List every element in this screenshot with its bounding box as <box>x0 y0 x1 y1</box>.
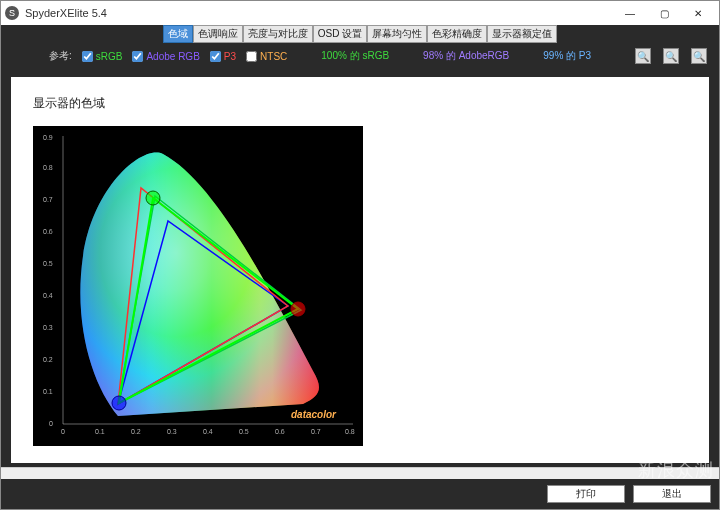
ntsc-label: NTSC <box>260 51 287 62</box>
checkbox-ntsc-input[interactable] <box>246 51 257 62</box>
svg-text:0.4: 0.4 <box>203 428 213 435</box>
svg-text:0.6: 0.6 <box>43 228 53 235</box>
svg-text:0.7: 0.7 <box>43 196 53 203</box>
p3-label: P3 <box>224 51 236 62</box>
svg-text:0.2: 0.2 <box>131 428 141 435</box>
horizontal-scrollbar[interactable] <box>1 467 719 479</box>
primary-green-circle <box>146 191 160 205</box>
close-button[interactable]: ✕ <box>681 2 715 24</box>
zoom-in-button[interactable]: 🔍 <box>635 48 651 64</box>
stat-srgb: 100% 的 sRGB <box>321 49 389 63</box>
zoom-in-icon: 🔍 <box>637 51 649 62</box>
x-ticks: 0 0.1 0.2 0.3 0.4 0.5 0.6 0.7 0.8 <box>61 428 355 435</box>
window-controls: — ▢ ✕ <box>613 2 715 24</box>
tab-uniformity[interactable]: 屏幕均匀性 <box>367 25 427 43</box>
svg-text:0.5: 0.5 <box>43 260 53 267</box>
svg-text:0: 0 <box>49 420 53 427</box>
svg-text:0.2: 0.2 <box>43 356 53 363</box>
zoom-out-icon: 🔍 <box>665 51 677 62</box>
svg-text:0.8: 0.8 <box>43 164 53 171</box>
y-ticks: 0 0.1 0.2 0.3 0.4 0.5 0.6 0.7 0.8 0.9 <box>43 134 53 427</box>
tab-brightness-contrast[interactable]: 亮度与对比度 <box>243 25 313 43</box>
checkbox-p3-input[interactable] <box>210 51 221 62</box>
zoom-fit-button[interactable]: 🔍 <box>691 48 707 64</box>
checkbox-srgb[interactable]: sRGB <box>82 51 123 62</box>
maximize-button[interactable]: ▢ <box>647 2 681 24</box>
stat-p3: 99% 的 P3 <box>543 49 591 63</box>
chart-brand: datacolor <box>291 409 337 420</box>
svg-text:0.3: 0.3 <box>167 428 177 435</box>
zoom-fit-icon: 🔍 <box>693 51 705 62</box>
adobergb-label: Adobe RGB <box>146 51 199 62</box>
window-title: SpyderXElite 5.4 <box>25 7 613 19</box>
chromaticity-chart: 0 0.1 0.2 0.3 0.4 0.5 0.6 0.7 0.8 0 0.1 … <box>33 126 363 446</box>
svg-text:0.7: 0.7 <box>311 428 321 435</box>
svg-text:0.8: 0.8 <box>345 428 355 435</box>
app-window: S SpyderXElite 5.4 — ▢ ✕ 色域 色调响应 亮度与对比度 … <box>0 0 720 510</box>
report-page: 显示器的色域 <box>11 77 709 463</box>
checkbox-adobergb-input[interactable] <box>132 51 143 62</box>
checkbox-adobergb[interactable]: Adobe RGB <box>132 51 199 62</box>
tab-color-accuracy[interactable]: 色彩精确度 <box>427 25 487 43</box>
app-icon: S <box>5 6 19 20</box>
print-button[interactable]: 打印 <box>547 485 625 503</box>
reference-bar: 参考: sRGB Adobe RGB P3 NTSC 100% 的 sRGB 9… <box>1 43 719 69</box>
srgb-label: sRGB <box>96 51 123 62</box>
page-title: 显示器的色域 <box>33 95 687 112</box>
checkbox-p3[interactable]: P3 <box>210 51 236 62</box>
svg-text:0.4: 0.4 <box>43 292 53 299</box>
svg-text:0.6: 0.6 <box>275 428 285 435</box>
svg-text:0.3: 0.3 <box>43 324 53 331</box>
primary-red-circle <box>291 302 305 316</box>
titlebar: S SpyderXElite 5.4 — ▢ ✕ <box>1 1 719 25</box>
primary-blue-circle <box>112 396 126 410</box>
stat-adobergb: 98% 的 AdobeRGB <box>423 49 509 63</box>
svg-text:0.5: 0.5 <box>239 428 249 435</box>
chromaticity-svg: 0 0.1 0.2 0.3 0.4 0.5 0.6 0.7 0.8 0 0.1 … <box>33 126 363 446</box>
checkbox-srgb-input[interactable] <box>82 51 93 62</box>
content-area: 显示器的色域 <box>1 69 719 467</box>
tab-tone-response[interactable]: 色调响应 <box>193 25 243 43</box>
quit-button[interactable]: 退出 <box>633 485 711 503</box>
tab-bar: 色域 色调响应 亮度与对比度 OSD 设置 屏幕均匀性 色彩精确度 显示器额定值 <box>1 25 719 43</box>
tab-osd-settings[interactable]: OSD 设置 <box>313 25 367 43</box>
svg-text:0.9: 0.9 <box>43 134 53 141</box>
zoom-out-button[interactable]: 🔍 <box>663 48 679 64</box>
svg-text:0.1: 0.1 <box>95 428 105 435</box>
reference-label: 参考: <box>49 49 72 63</box>
svg-text:0.1: 0.1 <box>43 388 53 395</box>
tab-monitor-rating[interactable]: 显示器额定值 <box>487 25 557 43</box>
tab-gamut[interactable]: 色域 <box>163 25 193 43</box>
svg-text:0: 0 <box>61 428 65 435</box>
footer-bar: 打印 退出 <box>1 479 719 509</box>
minimize-button[interactable]: — <box>613 2 647 24</box>
checkbox-ntsc[interactable]: NTSC <box>246 51 287 62</box>
